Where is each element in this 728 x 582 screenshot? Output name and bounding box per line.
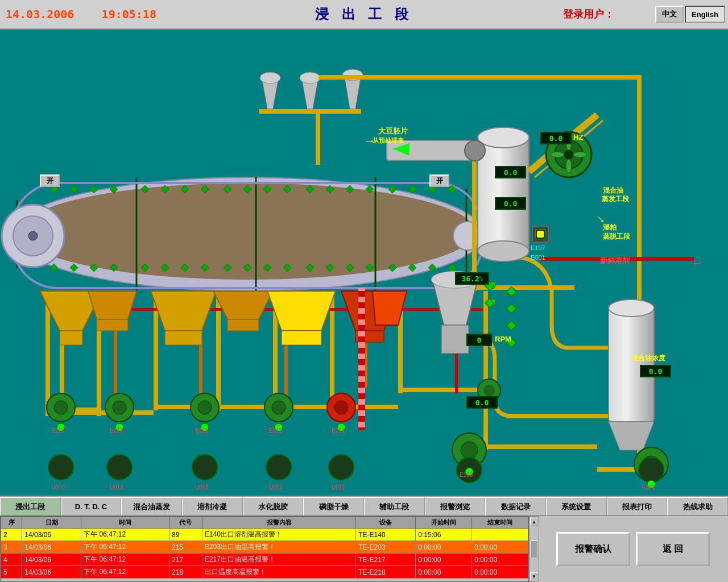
svg-rect-98 xyxy=(97,319,128,331)
motor-e214-label: E214 xyxy=(110,427,123,434)
svg-marker-108 xyxy=(432,280,478,325)
nav-item-system_settings[interactable]: 系统设置 xyxy=(546,497,607,516)
status-box-e197 xyxy=(532,226,549,243)
alarm-cell-code: 217 xyxy=(169,554,202,566)
scroll-up-button[interactable]: ▲ xyxy=(530,518,538,526)
svg-marker-16 xyxy=(344,75,361,109)
svg-rect-22 xyxy=(512,75,637,80)
nav-item-auxiliary[interactable]: 辅助工段 xyxy=(364,497,425,516)
svg-rect-52 xyxy=(597,467,643,472)
svg-rect-130 xyxy=(507,321,516,331)
svg-line-133 xyxy=(535,120,603,177)
svg-rect-60 xyxy=(161,185,169,193)
svg-point-113 xyxy=(478,241,529,261)
scroll-down-button[interactable]: ▼ xyxy=(530,572,538,580)
svg-rect-45 xyxy=(284,319,288,399)
open-button-2[interactable]: 开 xyxy=(429,174,449,187)
svg-point-150 xyxy=(334,401,348,414)
col-id: 序 xyxy=(1,517,22,529)
svg-rect-38 xyxy=(398,388,489,392)
svg-rect-21 xyxy=(637,75,642,302)
svg-rect-20 xyxy=(318,75,512,80)
svg-rect-107 xyxy=(355,331,384,342)
alarm-confirm-button[interactable]: 报警确认 xyxy=(556,532,630,566)
motor-e211-label: E211 xyxy=(332,427,345,434)
svg-rect-100 xyxy=(165,331,202,345)
header: 14.03.2006 19:05:18 浸 出 工 段 登录用户： 中文 Eng… xyxy=(0,0,728,30)
svg-point-123 xyxy=(508,305,515,311)
alarm-table-row: 414/03/06下午 06:47:12217E217出口油温高报警！TE-E2… xyxy=(1,554,528,566)
svg-rect-89 xyxy=(346,264,354,272)
open-button-1[interactable]: 开 xyxy=(40,174,60,187)
svg-point-17 xyxy=(342,69,363,81)
svg-rect-109 xyxy=(441,325,469,354)
alarm-cell-id: 4 xyxy=(1,554,22,566)
svg-point-142 xyxy=(54,401,68,414)
svg-rect-30 xyxy=(154,405,222,409)
svg-rect-69 xyxy=(346,185,354,193)
lang-en-button[interactable]: English xyxy=(685,6,725,23)
hz-label: HZ xyxy=(573,133,583,142)
soybean-label: 大豆胚片 xyxy=(378,126,408,136)
login-label: 登录用户： xyxy=(563,7,614,21)
svg-rect-102 xyxy=(228,319,259,331)
svg-point-156 xyxy=(107,455,132,480)
svg-point-152 xyxy=(461,442,478,459)
lang-cn-button[interactable]: 中文 xyxy=(655,6,684,23)
nav-item-hydration_degumming[interactable]: 水化脱胶 xyxy=(243,497,304,516)
mixed-oil-density-label: 混合油浓度 xyxy=(631,354,665,363)
nav-item-alarm_browse[interactable]: 报警浏览 xyxy=(425,497,486,516)
nav-item-lecithin_drying[interactable]: 磷脂干燥 xyxy=(303,497,364,516)
alarm-cell-time: 下午 06:47:12 xyxy=(81,566,169,579)
svg-rect-94 xyxy=(448,264,456,272)
svg-point-10 xyxy=(28,231,38,240)
col-device: 设备 xyxy=(356,517,416,529)
nav-item-hotline[interactable]: 热线求助 xyxy=(667,497,728,516)
alarm-scrollbar[interactable]: ▲ ▼ xyxy=(529,516,539,582)
alarm-buttons: 报警确认 返 回 xyxy=(539,516,727,582)
svg-rect-87 xyxy=(306,264,314,272)
svg-marker-95 xyxy=(40,291,102,331)
svg-rect-72 xyxy=(408,185,416,193)
alarm-cell-end: 0:00:00 xyxy=(472,566,528,579)
nav-item-leaching[interactable]: 浸出工段 xyxy=(0,497,61,516)
alarm-cell-content: E217出口油温高报警！ xyxy=(202,554,355,566)
svg-rect-81 xyxy=(181,264,189,272)
svg-point-155 xyxy=(48,455,73,480)
svg-rect-75 xyxy=(50,264,58,272)
svg-rect-50 xyxy=(637,302,642,348)
svg-point-135 xyxy=(555,140,583,169)
misc-display-1: 0.0 xyxy=(466,396,498,409)
alarm-cell-content: E140出口溶剂温高报警！ xyxy=(202,529,355,541)
svg-rect-68 xyxy=(326,185,334,193)
svg-rect-93 xyxy=(428,264,436,272)
nav-item-mixed_oil_evap[interactable]: 混合油蒸发 xyxy=(121,497,182,516)
nav-item-solvent_condensate[interactable]: 溶剂冷凝 xyxy=(182,497,243,516)
svg-point-8 xyxy=(2,205,64,267)
svg-rect-7 xyxy=(13,183,482,288)
nav-item-data_record[interactable]: 数据记录 xyxy=(485,497,546,516)
svg-point-160 xyxy=(457,458,482,483)
alarm-cell-time: 下午 06:47:12 xyxy=(81,541,169,554)
svg-point-13 xyxy=(260,72,280,84)
alarm-cell-code: 89 xyxy=(169,529,202,541)
svg-rect-67 xyxy=(306,185,314,193)
nav-item-report_print[interactable]: 报表打印 xyxy=(607,497,668,516)
motor-e212-label: E212 xyxy=(269,427,282,434)
alarm-cell-device: TE-E203 xyxy=(356,541,416,554)
svg-rect-35 xyxy=(330,291,334,410)
svg-point-136 xyxy=(564,150,573,159)
scroll-thumb[interactable] xyxy=(531,541,537,558)
nav-item-dtdc[interactable]: D. T. D. C xyxy=(61,497,122,516)
svg-point-138 xyxy=(566,159,572,173)
svg-point-170 xyxy=(483,385,495,396)
alarm-cell-date: 14/03/06 xyxy=(22,541,81,554)
motor-e304-label: E304 xyxy=(642,484,655,490)
fresh-solvent-arrow-icon: ← xyxy=(691,256,704,271)
svg-point-144 xyxy=(113,401,126,414)
datetime-display: 14.03.2006 19:05:18 xyxy=(6,7,156,21)
back-button[interactable]: 返 回 xyxy=(636,532,710,566)
alarm-cell-time: 下午 06:47:12 xyxy=(81,554,169,566)
svg-rect-128 xyxy=(507,287,516,297)
svg-rect-64 xyxy=(243,185,251,193)
